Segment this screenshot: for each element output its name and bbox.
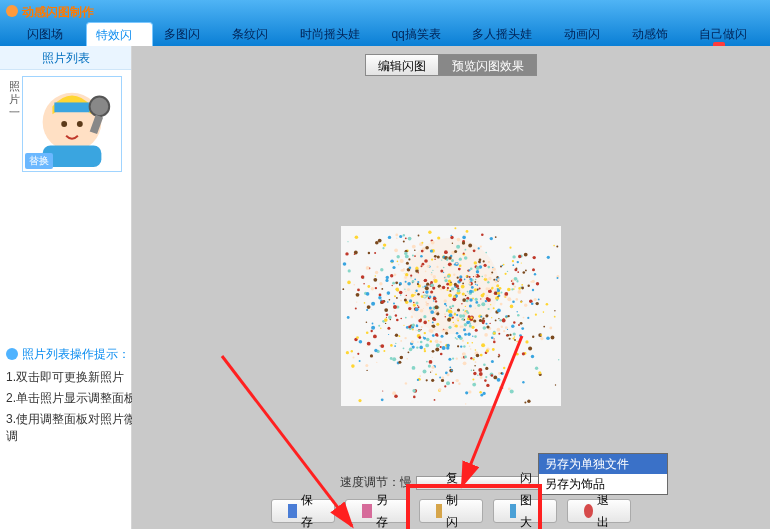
svg-point-727 [516, 298, 519, 301]
svg-point-574 [465, 295, 467, 297]
svg-point-744 [421, 326, 423, 328]
svg-point-226 [444, 303, 446, 305]
svg-point-18 [396, 297, 398, 299]
svg-point-49 [422, 286, 424, 288]
tab-stripe[interactable]: 条纹闪图 [223, 22, 289, 46]
svg-point-296 [392, 285, 393, 286]
svg-point-434 [465, 306, 466, 307]
svg-point-151 [413, 304, 416, 307]
svg-point-539 [406, 358, 408, 360]
svg-point-835 [453, 296, 455, 298]
svg-point-90 [503, 264, 505, 266]
svg-point-802 [366, 370, 367, 371]
saveas-dropdown[interactable]: 另存为单独文件 另存为饰品 [538, 453, 668, 495]
svg-point-383 [518, 255, 521, 258]
svg-point-129 [451, 259, 454, 262]
svg-point-728 [409, 348, 413, 352]
svg-point-839 [525, 340, 528, 343]
svg-point-307 [347, 241, 348, 242]
svg-point-730 [380, 344, 384, 348]
exit-button[interactable]: 退 出 [567, 499, 631, 523]
svg-point-658 [524, 401, 526, 403]
tab-preview-effect[interactable]: 预览闪图效果 [439, 54, 537, 76]
svg-point-301 [499, 319, 502, 322]
svg-point-673 [395, 314, 397, 316]
saveas-button[interactable]: 另存 [345, 499, 409, 523]
svg-point-430 [463, 328, 466, 331]
svg-point-810 [426, 283, 429, 286]
tab-dynamic-deco[interactable]: 动感饰品 [623, 22, 689, 46]
svg-point-610 [347, 281, 351, 285]
svg-point-26 [453, 274, 455, 276]
svg-point-864 [506, 334, 508, 336]
svg-point-767 [396, 237, 398, 239]
svg-point-390 [452, 243, 453, 244]
svg-point-838 [485, 277, 486, 278]
svg-point-381 [430, 281, 433, 284]
hint-item: 2.单击照片显示调整面板 [6, 390, 136, 407]
tab-effect[interactable]: 特效闪图 [86, 22, 154, 46]
svg-point-283 [473, 276, 474, 277]
app-logo-icon [6, 5, 18, 17]
save-button[interactable]: 保 存 [271, 499, 335, 523]
dropdown-item-save-deco[interactable]: 另存为饰品 [539, 474, 667, 494]
svg-point-321 [497, 292, 500, 295]
svg-point-471 [447, 258, 448, 259]
svg-point-564 [386, 276, 389, 279]
svg-point-263 [420, 309, 424, 313]
svg-point-694 [396, 289, 399, 292]
svg-point-577 [366, 266, 370, 270]
svg-point-841 [465, 391, 468, 394]
svg-point-332 [447, 287, 449, 289]
svg-point-580 [409, 266, 412, 269]
tab-scene[interactable]: 闪图场景 [18, 22, 84, 46]
svg-point-546 [491, 288, 493, 290]
svg-point-249 [418, 235, 420, 237]
svg-point-480 [419, 375, 421, 377]
dropdown-item-save-file[interactable]: 另存为单独文件 [539, 454, 667, 474]
tab-edit-preview[interactable]: 编辑闪图 [365, 54, 439, 76]
svg-point-529 [412, 346, 415, 349]
svg-point-832 [366, 331, 369, 334]
replace-badge[interactable]: 替换 [25, 153, 53, 169]
svg-point-778 [446, 259, 448, 261]
tab-diy[interactable]: 自己做闪图 [690, 22, 768, 46]
size-button[interactable]: 闪图大小 [493, 499, 557, 523]
copy-button[interactable]: 复制闪图 [419, 499, 483, 523]
svg-point-464 [466, 275, 468, 277]
tab-multi-doll[interactable]: 多人摇头娃娃 [463, 22, 553, 46]
svg-point-467 [379, 294, 382, 297]
svg-point-776 [554, 316, 556, 318]
tab-multi[interactable]: 多图闪图 [155, 22, 221, 46]
svg-point-720 [475, 298, 478, 301]
svg-point-320 [388, 334, 389, 335]
svg-point-94 [374, 252, 376, 254]
svg-point-859 [412, 366, 414, 368]
svg-point-204 [359, 360, 361, 362]
svg-point-765 [435, 348, 439, 352]
svg-point-437 [516, 267, 518, 269]
photo-thumbnail[interactable]: 替换 [22, 76, 122, 172]
svg-point-849 [376, 362, 377, 363]
svg-point-789 [520, 301, 522, 303]
svg-point-842 [495, 236, 497, 238]
svg-point-823 [397, 261, 399, 263]
svg-point-318 [444, 299, 447, 302]
tab-anim-text[interactable]: 动画闪字 [555, 22, 621, 46]
svg-point-544 [469, 305, 472, 308]
svg-point-395 [488, 287, 491, 290]
size-button-label: 闪图大小 [520, 467, 540, 529]
svg-point-742 [474, 365, 476, 367]
svg-point-745 [430, 284, 434, 288]
svg-point-319 [384, 318, 388, 322]
svg-point-818 [400, 340, 402, 342]
tab-qq-emoji[interactable]: qq搞笑表情 [382, 22, 461, 46]
svg-point-435 [523, 271, 526, 274]
tab-fashion-doll[interactable]: 时尚摇头娃娃 [291, 22, 381, 46]
hint-item: 3.使用调整面板对照片微调 [6, 411, 136, 445]
svg-point-446 [518, 324, 520, 326]
svg-point-691 [475, 301, 478, 304]
svg-point-659 [457, 320, 459, 322]
svg-point-624 [412, 389, 415, 392]
svg-point-514 [466, 310, 468, 312]
